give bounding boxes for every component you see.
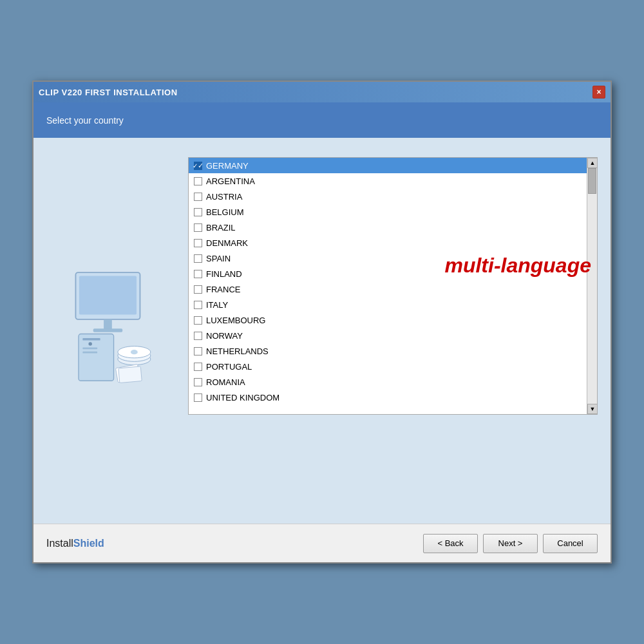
scroll-up-button[interactable]: ▲	[587, 158, 598, 168]
list-item[interactable]: UNITED KINGDOM	[189, 390, 587, 405]
country-checkbox[interactable]	[194, 332, 202, 340]
next-button[interactable]: Next >	[483, 534, 538, 553]
country-name: PORTUGAL	[206, 362, 252, 372]
country-name: GERMANY	[206, 161, 249, 171]
country-name: NORWAY	[206, 331, 243, 341]
country-checkbox[interactable]	[194, 301, 202, 309]
scrollbar-track-area	[587, 168, 597, 404]
country-list-container: ✓GERMANYARGENTINAAUSTRIABELGIUMBRAZILDEN…	[188, 157, 598, 415]
list-item[interactable]: NORWAY	[189, 328, 587, 343]
country-name: FRANCE	[206, 285, 240, 294]
country-checkbox[interactable]	[194, 193, 202, 201]
svg-rect-7	[82, 347, 97, 349]
country-checkbox[interactable]	[194, 223, 202, 232]
country-name: ROMANIA	[206, 377, 245, 387]
list-item[interactable]: ROMANIA	[189, 374, 587, 390]
list-item[interactable]: BRAZIL	[189, 220, 587, 235]
svg-point-12	[131, 350, 138, 354]
list-item[interactable]: ARGENTINA	[189, 173, 587, 189]
list-item[interactable]: ITALY	[189, 297, 587, 312]
country-checkbox[interactable]	[194, 285, 202, 294]
country-checkbox[interactable]	[194, 316, 202, 325]
scroll-down-button[interactable]: ▼	[587, 404, 598, 414]
svg-point-6	[88, 342, 91, 345]
left-panel	[46, 151, 175, 511]
country-checkbox[interactable]: ✓	[194, 162, 202, 170]
country-checkbox[interactable]	[194, 239, 202, 247]
list-item[interactable]: NETHERLANDS	[189, 343, 587, 359]
svg-rect-2	[104, 319, 112, 329]
country-list: ✓GERMANYARGENTINAAUSTRIABELGIUMBRAZILDEN…	[189, 158, 587, 414]
country-checkbox[interactable]	[194, 363, 202, 371]
header-label: Select your country	[46, 115, 124, 126]
brand-install: Install	[46, 538, 73, 549]
country-name: LUXEMBOURG	[206, 316, 265, 325]
country-checkbox[interactable]	[194, 177, 202, 185]
country-name: FINLAND	[206, 269, 242, 279]
country-name: BRAZIL	[206, 223, 236, 232]
country-name: DENMARK	[206, 238, 248, 248]
scrollbar-thumb[interactable]	[588, 168, 596, 194]
right-panel: multi-language ✓GERMANYARGENTINAAUSTRIAB…	[188, 151, 598, 511]
content-area: multi-language ✓GERMANYARGENTINAAUSTRIAB…	[33, 138, 611, 524]
footer-buttons: < Back Next > Cancel	[423, 534, 598, 553]
computer-icon	[53, 267, 169, 395]
svg-rect-1	[79, 276, 137, 314]
country-name: UNITED KINGDOM	[206, 393, 279, 402]
list-item[interactable]: FRANCE	[189, 281, 587, 297]
svg-rect-14	[118, 366, 142, 383]
svg-rect-5	[82, 337, 100, 340]
back-button[interactable]: < Back	[423, 534, 478, 553]
list-item[interactable]: DENMARK	[189, 235, 587, 251]
header-bar: Select your country	[33, 102, 611, 138]
country-name: SPAIN	[206, 254, 231, 263]
main-window: CLIP V220 FIRST INSTALLATION × Select yo…	[32, 80, 612, 564]
list-item[interactable]: BELGIUM	[189, 204, 587, 220]
country-checkbox[interactable]	[194, 393, 202, 402]
svg-rect-4	[79, 334, 114, 381]
brand-shield: Shield	[73, 538, 104, 549]
country-name: ITALY	[206, 300, 228, 310]
close-button[interactable]: ×	[592, 86, 605, 99]
scrollbar[interactable]: ▲ ▼	[587, 158, 597, 414]
brand-label: InstallShield	[46, 538, 104, 549]
country-checkbox[interactable]	[194, 254, 202, 263]
window-title: CLIP V220 FIRST INSTALLATION	[39, 88, 178, 97]
country-checkbox[interactable]	[194, 347, 202, 355]
cancel-button[interactable]: Cancel	[543, 534, 598, 553]
title-bar: CLIP V220 FIRST INSTALLATION ×	[33, 82, 611, 102]
list-item[interactable]: LUXEMBOURG	[189, 312, 587, 328]
svg-rect-3	[93, 328, 122, 332]
svg-rect-8	[82, 351, 97, 353]
country-name: BELGIUM	[206, 207, 244, 217]
footer: InstallShield < Back Next > Cancel	[33, 524, 611, 562]
list-item[interactable]: AUSTRIA	[189, 189, 587, 204]
country-checkbox[interactable]	[194, 208, 202, 216]
country-checkbox[interactable]	[194, 378, 202, 386]
list-item[interactable]: ✓GERMANY	[189, 158, 587, 173]
list-item[interactable]: FINLAND	[189, 266, 587, 281]
country-checkbox[interactable]	[194, 270, 202, 278]
list-item[interactable]: PORTUGAL	[189, 359, 587, 374]
country-name: ARGENTINA	[206, 176, 255, 186]
list-item[interactable]: SPAIN	[189, 251, 587, 266]
country-name: NETHERLANDS	[206, 346, 269, 356]
country-name: AUSTRIA	[206, 192, 242, 202]
